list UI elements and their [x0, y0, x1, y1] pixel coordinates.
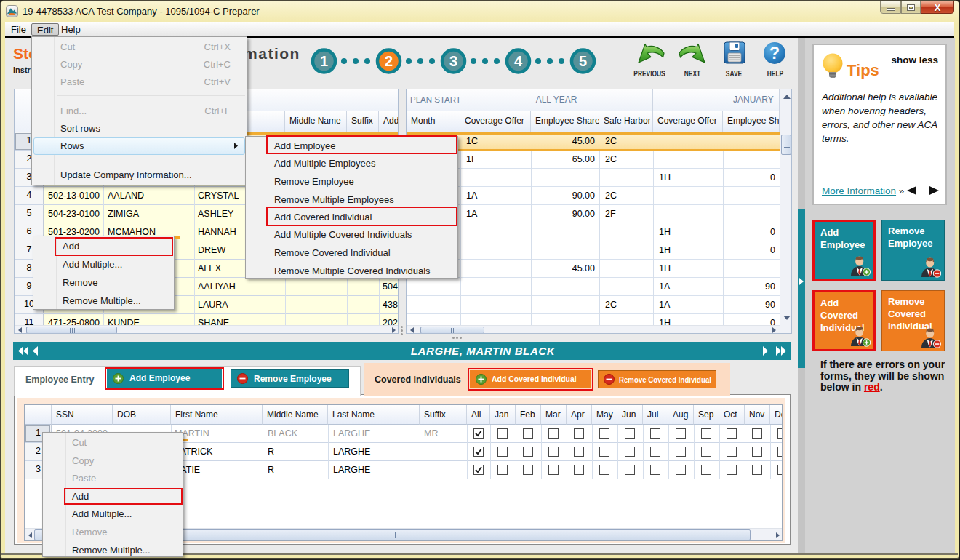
svg-text:5: 5: [579, 53, 587, 69]
svg-text:1: 1: [320, 53, 328, 69]
svg-text:4: 4: [514, 53, 523, 69]
svg-text:3: 3: [449, 53, 457, 69]
svg-text:2: 2: [385, 53, 393, 69]
svg-text:?: ?: [769, 44, 780, 63]
